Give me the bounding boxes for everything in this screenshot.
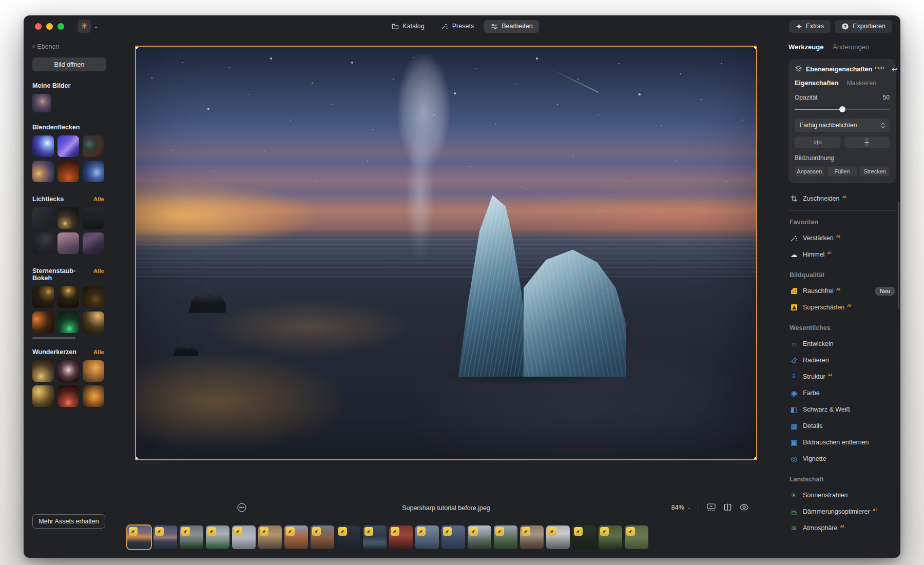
- filmstrip-thumbnail[interactable]: [468, 525, 491, 549]
- open-image-button[interactable]: Bild öffnen: [32, 57, 106, 71]
- close-button[interactable]: [35, 23, 42, 30]
- tool-radieren[interactable]: Radieren: [790, 352, 895, 368]
- asset-thumbnail[interactable]: [83, 385, 104, 407]
- tool-rauschfrei[interactable]: RauschfreiAI Neu: [790, 283, 895, 299]
- transform-handle-bottom-right[interactable]: [754, 457, 757, 460]
- asset-thumbnail[interactable]: [57, 286, 79, 308]
- zoom-level-dropdown[interactable]: 84% ⌄: [671, 504, 691, 511]
- asset-thumbnail[interactable]: [32, 286, 54, 308]
- see-all-link[interactable]: Alle: [93, 349, 104, 355]
- asset-thumbnail[interactable]: [83, 311, 104, 333]
- tool-details[interactable]: ▦ Details: [790, 418, 895, 434]
- asset-thumbnail[interactable]: [57, 232, 79, 254]
- filmstrip-thumbnail[interactable]: [363, 525, 387, 549]
- asset-thumbnail[interactable]: [83, 135, 104, 157]
- filmstrip-thumbnail[interactable]: [520, 525, 544, 549]
- asset-thumbnail[interactable]: [83, 360, 104, 382]
- tool-farbe[interactable]: ◉ Farbe: [790, 385, 895, 401]
- tool-himmel[interactable]: ☁ HimmelAI: [790, 246, 895, 263]
- filmstrip-thumbnail[interactable]: [153, 525, 177, 549]
- horizontal-scrollbar[interactable]: [32, 337, 75, 339]
- tool-daemmerungsoptimierer[interactable]: DämmerungsoptimiererAI: [790, 503, 895, 520]
- tool-schwarz-weiss[interactable]: ◧ Schwarz & Weiß: [790, 401, 895, 418]
- tab-bearbeiten[interactable]: Bearbeiten: [484, 20, 539, 33]
- see-all-link[interactable]: Alle: [93, 268, 104, 274]
- asset-thumbnail[interactable]: [57, 135, 79, 157]
- mapping-strecken-button[interactable]: Strecken: [860, 166, 890, 177]
- filmstrip-thumbnail[interactable]: [258, 525, 282, 549]
- canvas-area: Supersharp tutorial before.jpeg 84% ⌄: [135, 37, 782, 558]
- asset-thumbnail[interactable]: [32, 207, 54, 229]
- tab-aenderungen[interactable]: Änderungen: [833, 43, 869, 51]
- asset-thumbnail[interactable]: [32, 311, 54, 333]
- filmstrip-thumbnail-selected[interactable]: [127, 525, 151, 549]
- asset-thumbnail[interactable]: [57, 207, 79, 229]
- blend-mode-dropdown[interactable]: Farbig nachbelichten: [795, 119, 890, 132]
- filmstrip-thumbnail[interactable]: [572, 525, 596, 549]
- compare-before-after-button[interactable]: [723, 503, 732, 512]
- tool-struktur[interactable]: ⠿ StrukturAI: [790, 368, 895, 385]
- filmstrip-thumbnail[interactable]: [180, 525, 203, 549]
- undo-icon[interactable]: ↩: [892, 66, 898, 73]
- tool-superschaerfen[interactable]: SuperschärfenAI: [790, 299, 895, 316]
- slider-knob[interactable]: [839, 106, 845, 112]
- filmstrip-thumbnail[interactable]: [625, 525, 648, 549]
- filmstrip-thumbnail[interactable]: [441, 525, 465, 549]
- asset-thumbnail[interactable]: [57, 161, 79, 182]
- vertical-scrollbar[interactable]: [898, 201, 899, 309]
- mapping-fuellen-button[interactable]: Füllen: [827, 166, 857, 177]
- tab-presets[interactable]: Presets: [434, 20, 480, 33]
- tool-zuschneiden[interactable]: ZuschneidenAI: [790, 190, 895, 207]
- see-all-link[interactable]: Alle: [93, 196, 104, 202]
- asset-thumbnail[interactable]: [32, 135, 54, 157]
- asset-thumbnail[interactable]: [32, 385, 54, 407]
- flip-horizontal-button[interactable]: ▷|◁: [795, 137, 840, 148]
- export-button[interactable]: Exportieren: [835, 20, 892, 33]
- extras-button[interactable]: Extras: [789, 20, 831, 33]
- tool-entwickeln[interactable]: ☼ Entwickeln: [790, 336, 895, 352]
- asset-thumbnail[interactable]: [83, 232, 104, 254]
- filmstrip-thumbnail[interactable]: [415, 525, 439, 549]
- asset-thumbnail[interactable]: [83, 207, 104, 229]
- filmstrip-thumbnail[interactable]: [389, 525, 413, 549]
- filmstrip-thumbnail[interactable]: [284, 525, 308, 549]
- asset-thumbnail[interactable]: [32, 232, 54, 254]
- get-more-assets-button[interactable]: Mehr Assets erhalten: [32, 514, 105, 529]
- tab-label: Katalog: [402, 23, 424, 30]
- info-icon[interactable]: [901, 66, 909, 73]
- filmstrip-thumbnail[interactable]: [546, 525, 570, 549]
- asset-thumbnail[interactable]: [57, 385, 79, 407]
- tool-atmosphaere[interactable]: ≋ AtmosphäreAI: [790, 520, 895, 536]
- filmstrip-thumbnail[interactable]: [494, 525, 517, 549]
- filmstrip-thumbnail[interactable]: [311, 525, 334, 549]
- asset-thumbnail[interactable]: [32, 161, 54, 182]
- tab-maskieren[interactable]: Maskieren: [846, 80, 876, 87]
- filmstrip-thumbnail[interactable]: [232, 525, 256, 549]
- fullscreen-button[interactable]: [57, 23, 64, 30]
- app-menu-button[interactable]: ✳ ⌄: [78, 20, 99, 33]
- asset-thumbnail[interactable]: [32, 360, 54, 382]
- minimize-button[interactable]: [46, 23, 53, 30]
- asset-thumbnail[interactable]: [57, 311, 79, 333]
- asset-thumbnail[interactable]: [57, 360, 79, 382]
- asset-thumbnail[interactable]: [83, 161, 104, 182]
- edited-photo[interactable]: [135, 46, 757, 460]
- tab-eigenschaften[interactable]: Eigenschaften: [795, 80, 838, 87]
- filmstrip-toggle-button[interactable]: [706, 503, 716, 512]
- tool-bildrauschen-entfernen[interactable]: ▣ Bildrauschen entfernen: [790, 434, 895, 451]
- back-to-layers[interactable]: ‹ Ebenen: [32, 43, 135, 50]
- tool-verstaerken[interactable]: VerstärkenAI: [790, 230, 895, 246]
- opacity-slider[interactable]: [795, 106, 890, 112]
- eye-preview-button[interactable]: [739, 503, 749, 511]
- asset-thumbnail[interactable]: [83, 286, 104, 308]
- tab-katalog[interactable]: Katalog: [384, 20, 431, 33]
- tab-werkzeuge[interactable]: Werkzeuge: [788, 43, 823, 51]
- tool-sonnenstrahlen[interactable]: ☀ Sonnenstrahlen: [790, 487, 895, 503]
- tool-vignette[interactable]: ◎ Vignette: [790, 451, 895, 467]
- mapping-anpassen-button[interactable]: Anpassen: [795, 166, 824, 177]
- filmstrip-thumbnail[interactable]: [337, 525, 360, 549]
- flip-vertical-button[interactable]: ▷|◁: [844, 137, 890, 148]
- asset-thumbnail[interactable]: [32, 94, 51, 112]
- filmstrip-thumbnail[interactable]: [206, 525, 229, 549]
- filmstrip-thumbnail[interactable]: [599, 525, 622, 549]
